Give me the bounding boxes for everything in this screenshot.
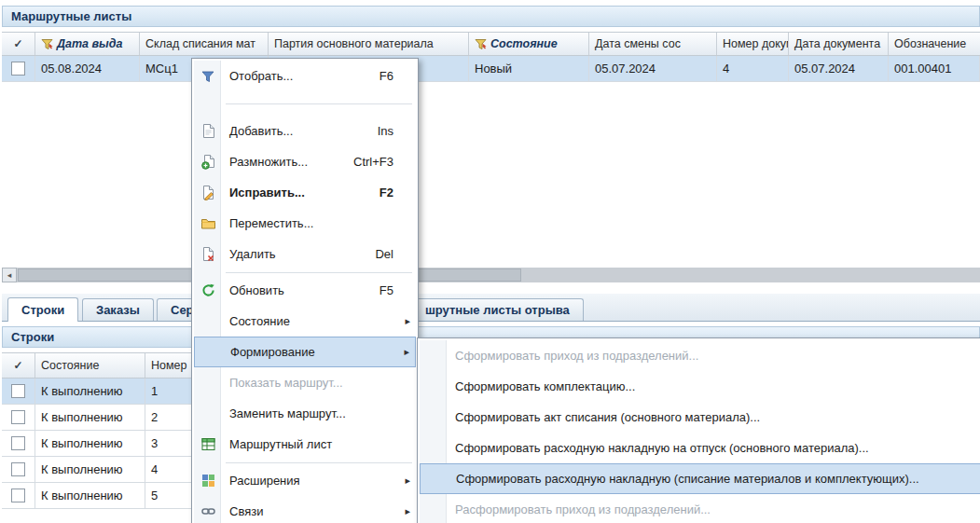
- select-all-column-header[interactable]: ✓: [2, 33, 35, 55]
- scroll-left-button[interactable]: ◂: [2, 268, 17, 282]
- row-check-cell: [2, 56, 35, 81]
- duplicate-document-icon: [199, 155, 217, 170]
- menu-separator: [224, 91, 416, 116]
- route-row[interactable]: 05.08.2024 МСц1 Новый 05.07.2024 4 05.07…: [2, 56, 980, 82]
- cell-state: К выполнению: [35, 405, 145, 430]
- column-header-state-change-date[interactable]: Дата смены сос: [589, 33, 717, 55]
- tab-zakazy[interactable]: Заказы: [82, 298, 154, 321]
- row-checkbox[interactable]: [11, 436, 25, 450]
- row-checkbox[interactable]: [11, 462, 25, 476]
- submenu-item-rashodnaya-na-otpusk[interactable]: Сформировать расходную накладную на отпу…: [420, 433, 980, 463]
- tab-stroki[interactable]: Строки: [7, 297, 78, 322]
- submenu-item-label: Расформировать приход из подразделений..…: [455, 502, 711, 516]
- menu-item-razmnozhit[interactable]: Размножить... Ctrl+F3: [194, 146, 416, 177]
- menu-item-shortcut: Del: [375, 247, 393, 261]
- links-icon: [199, 504, 217, 518]
- submenu-item-label: Сформировать приход из подразделений...: [455, 349, 698, 363]
- strings-panel-title: Строки: [11, 330, 54, 344]
- menu-item-label: Исправить...: [229, 186, 305, 200]
- column-label: Дата выда: [57, 37, 122, 50]
- menu-item-ispravit[interactable]: Исправить... F2: [194, 177, 416, 208]
- submenu-item-rashodnaya-spisanie-materialov[interactable]: Сформировать расходную накладную (списан…: [420, 463, 980, 494]
- submenu-item-komplektaciya[interactable]: Сформировать комплектацию...: [420, 371, 980, 402]
- column-header-state[interactable]: Состояние: [469, 33, 589, 55]
- cell-state: К выполнению: [35, 378, 145, 404]
- menu-item-label: Маршрутный лист: [229, 437, 332, 451]
- menu-item-marshrutny-list[interactable]: Маршрутный лист: [194, 429, 416, 460]
- routes-panel-header: Маршрутные листы: [2, 6, 980, 27]
- formirovanie-submenu: Сформировать приход из подразделений... …: [417, 337, 980, 523]
- row-check-cell: [2, 405, 35, 430]
- menu-item-zamenit-marshrut[interactable]: Заменить маршрут...: [194, 398, 416, 429]
- row-check-cell: [2, 457, 35, 482]
- column-header-warehouse[interactable]: Склад списания мат: [140, 33, 269, 55]
- cell-doc-date: 05.07.2024: [789, 56, 889, 81]
- menu-item-udalit[interactable]: Удалить Del: [194, 239, 416, 269]
- menu-item-sostoyanie[interactable]: Состояние ▸: [194, 306, 416, 337]
- column-header-batch[interactable]: Партия основного материала: [269, 33, 469, 55]
- menu-item-label: Добавить...: [229, 124, 293, 138]
- filter-sort-icon: [475, 38, 487, 50]
- bottom-tabbar: Строки Заказы Сер шрутные листы отрыва: [2, 294, 980, 322]
- submenu-item-label: Сформировать акт списания (основного мат…: [455, 410, 760, 424]
- filter-icon: [199, 70, 217, 83]
- column-header-doc-date[interactable]: Дата документа: [789, 33, 889, 55]
- context-menu: Отобрать... F6 Добавить... Ins Размножит…: [191, 58, 419, 523]
- menu-item-shortcut: F6: [380, 69, 393, 83]
- submenu-arrow-icon: ▸: [405, 315, 410, 327]
- extensions-icon: [199, 474, 217, 488]
- menu-item-svyazi[interactable]: Связи ▸: [194, 496, 416, 523]
- menu-item-label: Обновить: [229, 283, 284, 297]
- submenu-item-label: Сформировать расходную накладную (списан…: [456, 472, 919, 486]
- submenu-arrow-icon: ▸: [405, 475, 410, 487]
- horizontal-scrollbar[interactable]: ◂: [2, 268, 980, 282]
- row-checkbox[interactable]: [11, 384, 25, 398]
- menu-item-otobrat[interactable]: Отобрать... F6: [194, 61, 416, 91]
- column-header-designation[interactable]: Обозначение: [889, 33, 980, 55]
- row-checkbox[interactable]: [11, 62, 25, 76]
- menu-item-shortcut: F5: [380, 283, 393, 297]
- menu-item-pokazat-marshrut: Показать маршрут...: [194, 367, 416, 398]
- submenu-arrow-icon: ▸: [405, 505, 410, 517]
- row-checkbox[interactable]: [11, 489, 25, 502]
- submenu-item-label: Сформировать расходную накладную на отпу…: [455, 441, 869, 455]
- row-check-cell: [2, 431, 35, 456]
- tab-label: Сер: [171, 303, 194, 317]
- tab-label: шрутные листы отрыва: [425, 303, 570, 317]
- cell-state-change-date: 05.07.2024: [589, 56, 717, 81]
- menu-item-label: Связи: [229, 504, 263, 518]
- menu-item-label: Заменить маршрут...: [229, 406, 346, 420]
- menu-item-label: Состояние: [229, 314, 290, 328]
- submenu-item-akt-spisaniya[interactable]: Сформировать акт списания (основного мат…: [420, 402, 980, 433]
- menu-item-formirovanie[interactable]: Формирование ▸: [194, 337, 416, 367]
- menu-item-label: Отобрать...: [229, 69, 293, 83]
- menu-item-label: Переместить...: [229, 216, 313, 230]
- column-header-date-issued[interactable]: Дата выда: [35, 33, 140, 55]
- menu-item-rasshireniya[interactable]: Расширения ▸: [194, 465, 416, 496]
- refresh-icon: [199, 283, 217, 297]
- cell-state: К выполнению: [35, 483, 145, 508]
- column-header-doc-number[interactable]: Номер докум: [717, 33, 789, 55]
- column-header-state[interactable]: Состояние: [35, 353, 145, 378]
- menu-item-shortcut: F2: [380, 186, 393, 200]
- check-column-icon: ✓: [13, 37, 22, 50]
- filter-sort-icon: [41, 38, 53, 50]
- edit-document-icon: [199, 186, 217, 200]
- check-column-icon: ✓: [13, 359, 22, 372]
- menu-item-shortcut: Ctrl+F3: [353, 155, 393, 169]
- menu-item-shortcut: Ins: [378, 124, 393, 138]
- routes-panel-title: Маршрутные листы: [11, 9, 131, 23]
- tab-label: Строки: [21, 303, 64, 317]
- menu-item-dobavit[interactable]: Добавить... Ins: [194, 116, 416, 146]
- select-all-column-header[interactable]: ✓: [2, 353, 35, 378]
- submenu-item-prihod-iz-podrazdeleniy: Сформировать приход из подразделений...: [420, 340, 980, 371]
- row-checkbox[interactable]: [11, 410, 25, 424]
- menu-item-peremestit[interactable]: Переместить...: [194, 208, 416, 239]
- tab-marshrutnye-listy-otryva[interactable]: шрутные листы отрыва: [411, 298, 584, 321]
- cell-state: К выполнению: [35, 431, 145, 456]
- submenu-item-label: Сформировать комплектацию...: [455, 379, 635, 393]
- menu-item-obnovit[interactable]: Обновить F5: [194, 275, 416, 306]
- row-check-cell: [2, 378, 35, 404]
- spreadsheet-icon: [199, 437, 217, 451]
- move-folder-icon: [199, 217, 217, 229]
